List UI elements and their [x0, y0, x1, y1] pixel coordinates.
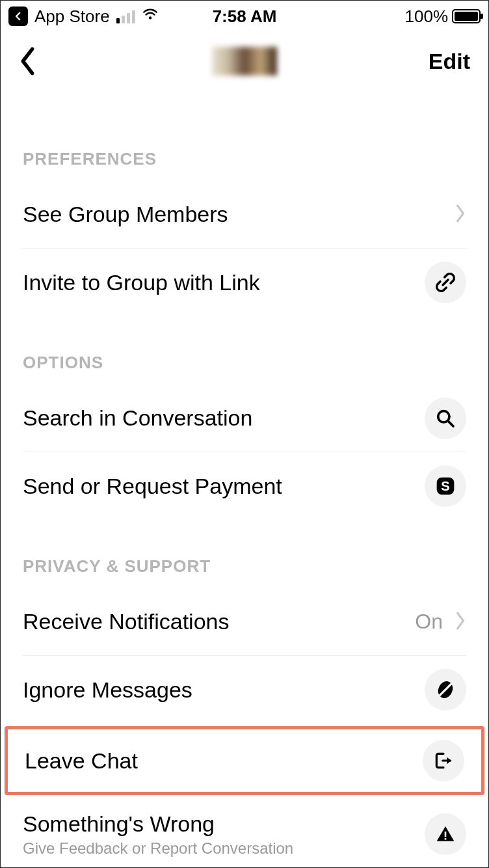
highlight-leave-chat: Leave Chat: [5, 726, 484, 795]
section-header-preferences: PREFERENCES: [23, 90, 466, 181]
group-avatar: [212, 47, 277, 75]
chevron-right-icon: [455, 611, 466, 633]
row-somethings-wrong[interactable]: Something's Wrong Give Feedback or Repor…: [23, 800, 466, 868]
row-label: Send or Request Payment: [23, 474, 417, 499]
ignore-icon: [425, 669, 466, 711]
row-label: Ignore Messages: [23, 677, 417, 703]
edit-button[interactable]: Edit: [429, 49, 470, 74]
wifi-icon: [142, 6, 159, 27]
row-ignore-messages[interactable]: Ignore Messages: [23, 656, 466, 724]
leave-icon: [423, 740, 464, 781]
link-icon: [425, 262, 466, 303]
section-header-privacy: PRIVACY & SUPPORT: [1, 520, 488, 588]
battery-percentage: 100%: [405, 7, 449, 27]
svg-point-0: [148, 16, 151, 19]
chevron-right-icon: [455, 204, 466, 226]
warning-icon: [425, 813, 466, 855]
row-leave-chat[interactable]: Leave Chat: [25, 729, 464, 792]
back-button[interactable]: [19, 45, 45, 77]
nav-header: Edit: [1, 32, 488, 90]
row-label: Something's Wrong: [23, 811, 417, 837]
row-send-request-payment[interactable]: Send or Request Payment S: [23, 452, 466, 520]
search-icon: [425, 398, 466, 439]
status-time: 7:58 AM: [213, 7, 277, 27]
payment-icon: S: [425, 465, 466, 507]
row-label: Receive Notifications: [23, 609, 407, 634]
row-label: Search in Conversation: [23, 405, 417, 431]
svg-text:S: S: [441, 479, 449, 493]
row-value: On: [415, 610, 443, 634]
app-return-label[interactable]: App Store: [34, 7, 110, 27]
row-invite-link[interactable]: Invite to Group with Link: [23, 249, 466, 316]
row-sublabel: Give Feedback or Report Conversation: [23, 839, 417, 858]
row-label: Invite to Group with Link: [23, 270, 417, 295]
row-receive-notifications[interactable]: Receive Notifications On: [23, 588, 466, 656]
battery-icon: [452, 9, 481, 23]
row-search-conversation[interactable]: Search in Conversation: [23, 385, 466, 452]
row-label: Leave Chat: [25, 748, 415, 774]
svg-rect-6: [445, 838, 447, 840]
row-see-group-members[interactable]: See Group Members: [23, 181, 466, 249]
status-bar: App Store 7:58 AM 100%: [1, 1, 488, 32]
cellular-signal-icon: [116, 9, 135, 23]
svg-rect-5: [445, 832, 447, 837]
app-return-icon[interactable]: [8, 7, 28, 26]
section-header-options: OPTIONS: [23, 316, 466, 385]
row-label: See Group Members: [23, 202, 447, 227]
